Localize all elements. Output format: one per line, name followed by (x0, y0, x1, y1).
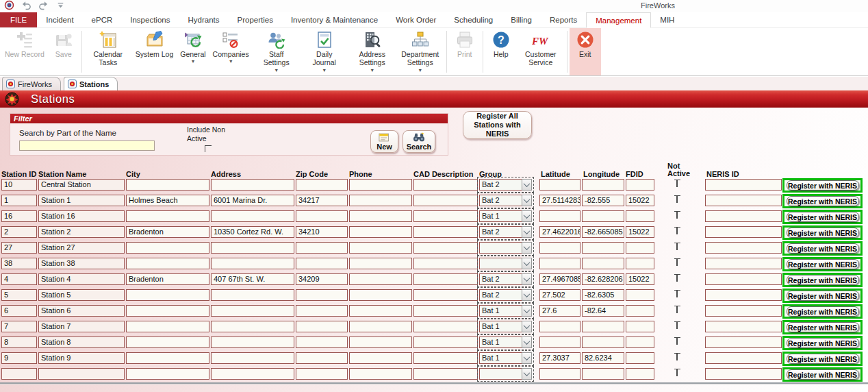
register-with-neris-button[interactable]: Register with NERIS (787, 275, 859, 285)
cell-cad[interactable] (413, 179, 478, 191)
cell-address[interactable] (211, 321, 294, 332)
register-with-neris-button[interactable]: Register with NERIS (787, 306, 859, 317)
group-dropdown-button[interactable] (522, 273, 532, 285)
customer-service-button[interactable]: FWCustomer Service (517, 28, 565, 75)
group-dropdown[interactable]: Bat 2 (479, 195, 532, 206)
cell-address[interactable] (211, 242, 294, 254)
cell-cad[interactable] (413, 321, 478, 332)
cell-lat[interactable] (539, 368, 580, 380)
cell-neris-id[interactable] (705, 336, 782, 348)
cell-id[interactable]: 10 (1, 179, 37, 191)
cell-id[interactable]: 6 (1, 305, 37, 317)
ribbon-tab-billing[interactable]: Billing (502, 12, 541, 27)
cell-address[interactable] (211, 352, 294, 364)
not-active-checkbox[interactable] (665, 337, 689, 346)
cell-city[interactable]: Bradenton (126, 273, 209, 285)
cell-zip[interactable] (296, 179, 348, 191)
cell-fdid[interactable]: 15022 (626, 195, 654, 206)
cell-id[interactable]: 8 (1, 336, 37, 348)
cell-fdid[interactable] (626, 336, 654, 348)
cell-name[interactable]: Station 2 (38, 226, 125, 238)
register-with-neris-button[interactable]: Register with NERIS (787, 212, 859, 222)
cell-neris-id[interactable] (705, 226, 782, 238)
cell-lng[interactable] (582, 258, 624, 269)
cell-address[interactable] (211, 258, 294, 269)
cell-name[interactable]: Station 6 (38, 305, 125, 317)
cell-neris-id[interactable] (705, 179, 782, 191)
cell-address[interactable]: 10350 Cortez Rd. W. (211, 226, 294, 238)
cell-id[interactable]: 2 (1, 226, 37, 238)
cell-name[interactable]: Station 4 (38, 273, 125, 285)
cell-name[interactable]: Central Station (38, 179, 125, 191)
register-with-neris-button[interactable]: Register with NERIS (787, 259, 859, 269)
cell-cad[interactable] (413, 195, 478, 206)
cell-address[interactable] (211, 305, 294, 317)
cell-fdid[interactable] (626, 210, 654, 222)
not-active-checkbox[interactable] (665, 195, 689, 204)
cell-id[interactable]: 7 (1, 321, 37, 332)
cell-city[interactable] (126, 242, 209, 254)
cell-id[interactable]: 27 (1, 242, 37, 254)
not-active-checkbox[interactable] (665, 321, 689, 330)
not-active-checkbox[interactable] (665, 227, 689, 236)
address-settings-button[interactable]: Address Settings▾ (348, 28, 396, 75)
cell-address[interactable]: 6001 Marina Dr. (211, 195, 294, 206)
group-dropdown[interactable] (479, 242, 532, 254)
cell-id[interactable]: 5 (1, 289, 37, 301)
not-active-checkbox[interactable] (665, 369, 689, 378)
cell-lat[interactable]: 27.4967085 (539, 273, 580, 285)
cell-cad[interactable] (413, 258, 478, 269)
cell-name[interactable]: Station 27 (38, 242, 125, 254)
cell-id[interactable]: 38 (1, 258, 37, 269)
cell-lat[interactable]: 27.3037 (539, 352, 580, 364)
cell-phone[interactable] (349, 289, 412, 301)
cell-fdid[interactable] (626, 368, 654, 380)
register-with-neris-button[interactable]: Register with NERIS (787, 354, 859, 364)
cell-id[interactable]: 9 (1, 352, 37, 364)
ribbon-tab-file[interactable]: FILE (0, 12, 37, 27)
cell-id[interactable] (1, 368, 37, 380)
group-dropdown[interactable]: Bat 1 (479, 321, 532, 332)
register-all-stations-button[interactable]: Register All Stations with NERIS (463, 111, 532, 139)
ribbon-tab-inventory-maintenance[interactable]: Inventory & Maintenance (282, 12, 387, 27)
undo-button[interactable] (21, 1, 31, 12)
cell-lng[interactable] (582, 179, 624, 191)
register-with-neris-button[interactable]: Register with NERIS (787, 243, 859, 254)
cell-lat[interactable]: 27.5114283 (539, 195, 580, 206)
cell-address[interactable]: 407 67th St. W. (211, 273, 294, 285)
cell-phone[interactable] (349, 368, 412, 380)
group-dropdown-button[interactable] (522, 242, 532, 254)
cell-lng[interactable] (582, 336, 624, 348)
cell-lat[interactable] (539, 258, 580, 269)
group-dropdown-button[interactable] (522, 352, 532, 364)
cell-city[interactable] (126, 289, 209, 301)
cell-phone[interactable] (349, 258, 412, 269)
not-active-checkbox[interactable] (665, 353, 689, 362)
cell-lng[interactable] (582, 368, 624, 380)
include-non-active-checkbox[interactable] (205, 145, 212, 152)
cell-zip[interactable] (296, 352, 348, 364)
cell-id[interactable]: 4 (1, 273, 37, 285)
cell-lat[interactable]: 27.502 (539, 289, 580, 301)
cell-phone[interactable] (349, 226, 412, 238)
cell-fdid[interactable] (626, 242, 654, 254)
ribbon-tab-scheduling[interactable]: Scheduling (445, 12, 502, 27)
cell-lng[interactable]: -82.665085 (582, 226, 624, 238)
cell-neris-id[interactable] (705, 210, 782, 222)
cell-cad[interactable] (413, 273, 478, 285)
cell-zip[interactable]: 34209 (296, 273, 348, 285)
cell-zip[interactable] (296, 210, 348, 222)
cell-lng[interactable]: 82.6234 (582, 352, 624, 364)
group-dropdown-button[interactable] (522, 195, 532, 206)
not-active-checkbox[interactable] (665, 306, 689, 315)
help-button[interactable]: ?Help (485, 28, 517, 75)
cell-fdid[interactable]: 15022 (626, 226, 654, 238)
not-active-checkbox[interactable] (665, 290, 689, 299)
cell-phone[interactable] (349, 242, 412, 254)
cell-city[interactable] (126, 368, 209, 380)
register-with-neris-button[interactable]: Register with NERIS (787, 291, 859, 301)
cell-lng[interactable]: -82.6305 (582, 289, 624, 301)
cell-cad[interactable] (413, 289, 478, 301)
ribbon-tab-work-order[interactable]: Work Order (387, 12, 445, 27)
ribbon-tab-hydrants[interactable]: Hydrants (179, 12, 228, 27)
